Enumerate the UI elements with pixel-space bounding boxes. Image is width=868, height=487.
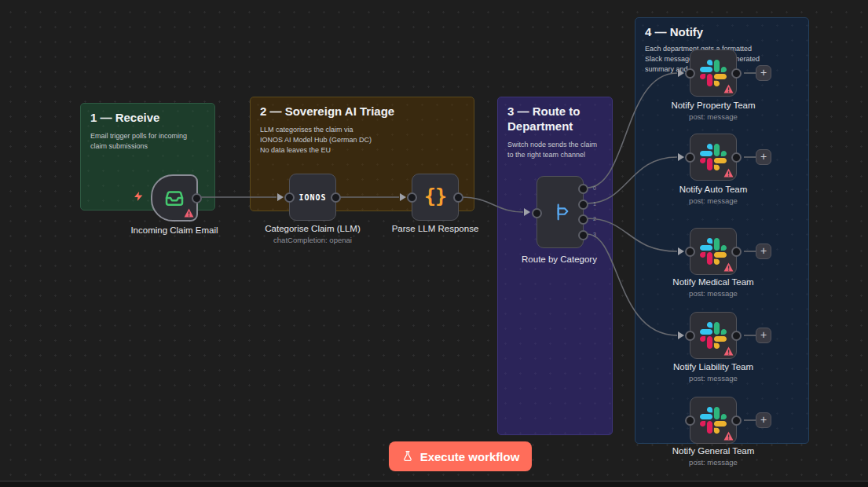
- slack-icon: [700, 407, 727, 434]
- add-node-button[interactable]: +: [756, 412, 771, 428]
- output-port[interactable]: [192, 193, 202, 203]
- execute-workflow-label: Execute workflow: [420, 450, 520, 463]
- node-label-route-by-category: Route by Category: [481, 254, 638, 264]
- input-port[interactable]: [685, 152, 695, 163]
- canvas-bottom-bar: [0, 481, 868, 487]
- node-label-notify-auto: Notify Auto Team post: message: [635, 185, 792, 205]
- output-port[interactable]: [731, 331, 742, 341]
- output-label-2: 2: [593, 216, 596, 222]
- note-title: 3 — Route to Department: [507, 104, 602, 134]
- output-port-1[interactable]: [578, 200, 588, 210]
- add-node-button[interactable]: +: [756, 149, 771, 165]
- node-label-parse-llm-response: Parse LLM Response: [357, 224, 514, 233]
- slack-icon: [700, 144, 727, 170]
- node-categorise-claim-llm[interactable]: IONOS: [289, 174, 336, 221]
- input-port[interactable]: [685, 68, 695, 79]
- node-notify-auto-team[interactable]: [690, 134, 737, 181]
- input-port[interactable]: [685, 416, 695, 426]
- node-label-notify-liability: Notify Liability Team post: message: [635, 362, 792, 383]
- output-port-2[interactable]: [578, 214, 588, 225]
- node-parse-llm-response[interactable]: {}: [412, 174, 459, 221]
- braces-icon: {}: [424, 185, 446, 207]
- input-port[interactable]: [284, 192, 295, 203]
- node-notify-general-team[interactable]: [690, 397, 737, 444]
- warning-triangle-icon: [184, 208, 194, 218]
- output-port[interactable]: [731, 68, 742, 79]
- slack-icon: [700, 238, 727, 265]
- note-body: LLM categorises the claim via IONOS AI M…: [260, 125, 464, 156]
- node-route-by-category[interactable]: 0 1 2 3: [537, 176, 584, 248]
- warning-triangle-icon: [723, 168, 734, 178]
- input-port[interactable]: [685, 247, 695, 257]
- flask-icon: [401, 450, 414, 463]
- warning-triangle-icon: [723, 431, 734, 441]
- input-port[interactable]: [685, 331, 695, 341]
- node-notify-property-team[interactable]: [690, 49, 737, 97]
- output-port[interactable]: [731, 247, 742, 257]
- node-label-notify-property: Notify Property Team post: message: [635, 101, 792, 121]
- warning-triangle-icon: [723, 346, 734, 356]
- add-node-button[interactable]: +: [756, 328, 771, 343]
- output-port[interactable]: [331, 192, 341, 203]
- output-label-1: 1: [593, 201, 596, 207]
- slack-icon: [700, 322, 727, 349]
- node-incoming-claim-email[interactable]: [151, 174, 198, 222]
- note-title: 4 — Notify: [645, 25, 799, 40]
- note-body: Email trigger polls for incoming claim s…: [90, 131, 205, 152]
- workflow-canvas[interactable]: 1 — Receive Email trigger polls for inco…: [0, 0, 868, 487]
- node-label-notify-general: Notify General Team post: message: [635, 446, 792, 467]
- output-label-3: 3: [593, 232, 596, 237]
- node-notify-liability-team[interactable]: [690, 312, 737, 359]
- inbox-icon: [163, 186, 186, 210]
- signpost-icon: [549, 201, 571, 223]
- add-node-button[interactable]: +: [756, 65, 771, 81]
- sticky-note-route[interactable]: 3 — Route to Department Switch node send…: [497, 97, 613, 435]
- note-title: 2 — Sovereign AI Triage: [260, 104, 464, 119]
- note-title: 1 — Receive: [90, 111, 205, 126]
- output-port[interactable]: [453, 192, 463, 203]
- output-label-0: 0: [593, 185, 596, 191]
- warning-triangle-icon: [723, 84, 734, 93]
- node-label-incoming-claim-email: Incoming Claim Email: [96, 225, 253, 235]
- note-body: Switch node sends the claim to the right…: [507, 140, 602, 160]
- ionos-logo: IONOS: [298, 193, 326, 202]
- input-port[interactable]: [407, 192, 417, 203]
- trigger-lightning-icon: [134, 191, 144, 202]
- slack-icon: [700, 60, 727, 86]
- input-port[interactable]: [532, 208, 542, 218]
- execute-workflow-button[interactable]: Execute workflow: [389, 441, 532, 471]
- output-port[interactable]: [731, 416, 742, 426]
- output-port-0[interactable]: [578, 184, 588, 194]
- node-notify-medical-team[interactable]: [690, 228, 737, 275]
- output-port[interactable]: [731, 152, 742, 163]
- node-label-notify-medical: Notify Medical Team post: message: [635, 277, 792, 298]
- warning-triangle-icon: [723, 262, 734, 272]
- output-port-3[interactable]: [578, 230, 588, 240]
- add-node-button[interactable]: +: [756, 244, 771, 259]
